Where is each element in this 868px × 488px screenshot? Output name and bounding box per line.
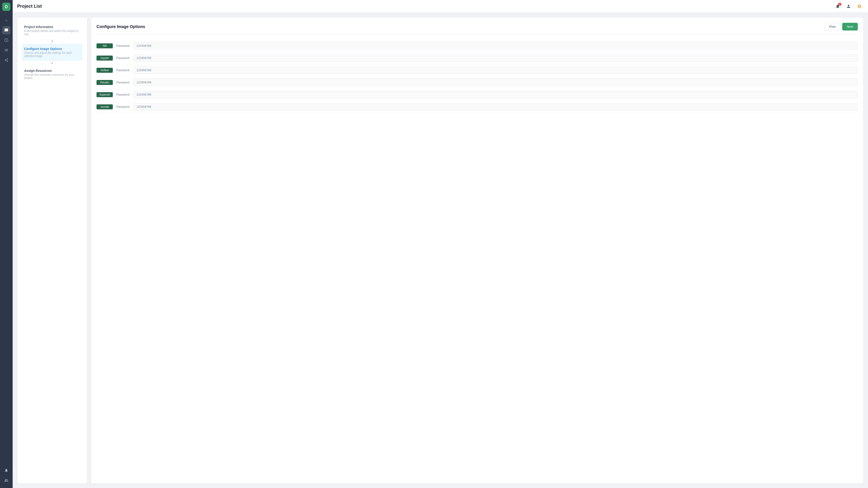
configure-panel: Configure Image Options Prev Next Nifi P… (91, 17, 864, 484)
steps-panel: Project Information Enter project detail… (17, 17, 87, 484)
image-badge-airflow: Airflow (96, 68, 113, 73)
image-badge-superset: Superset (96, 92, 113, 97)
main-area: Project List 3 Project Information Enter… (13, 0, 868, 488)
page-title: Project List (17, 4, 834, 9)
sidebar-item-list[interactable] (2, 46, 10, 54)
image-badge-nifi: Nifi (96, 43, 113, 48)
settings-button[interactable] (855, 2, 864, 10)
image-badge-jupyter: Jupyter (96, 56, 113, 61)
image-badge-rstudio: Rstudio (96, 80, 113, 85)
password-label-airflow: Password (116, 68, 130, 72)
password-label-jupyter: Password (116, 56, 130, 60)
step-project-info-title: Project Information (24, 25, 80, 29)
sidebar-item-chat[interactable] (2, 26, 10, 34)
step-configure-image[interactable]: Configure Image Options Choose and adjus… (22, 44, 83, 61)
prev-button[interactable]: Prev (825, 23, 840, 31)
password-label-superset: Password (116, 93, 130, 96)
image-row-airflow: Airflow Password (96, 64, 858, 76)
password-input-superset[interactable] (133, 91, 858, 98)
sidebar: D ⌂ (0, 0, 13, 488)
image-rows: Nifi Password Jupyter Password Airflow P… (96, 40, 858, 113)
step-configure-image-title: Configure Image Options (24, 47, 80, 51)
step-project-info[interactable]: Project Information Enter project detail… (22, 22, 83, 39)
password-label-rstudio: Password (116, 80, 130, 84)
image-row-nifi: Nifi Password (96, 40, 858, 52)
sidebar-item-team-settings[interactable] (2, 476, 10, 484)
step-divider-2: ▼ (22, 61, 83, 66)
step-assign-resources[interactable]: Assign Resources Allocate the necessary … (22, 66, 83, 83)
password-input-rstudio[interactable] (133, 78, 858, 86)
user-avatar-button[interactable] (844, 2, 852, 10)
image-row-jupyter: Jupyter Password (96, 52, 858, 64)
image-row-vscode: vscode Password (96, 101, 858, 113)
sidebar-item-analytics[interactable] (2, 36, 10, 44)
configure-title: Configure Image Options (96, 24, 145, 29)
password-label-nifi: Password (116, 44, 130, 47)
header-actions: 3 (834, 2, 864, 10)
image-row-superset: Superset Password (96, 89, 858, 101)
notifications-button[interactable]: 3 (834, 2, 842, 10)
sidebar-item-notifications[interactable] (2, 466, 10, 475)
password-input-airflow[interactable] (133, 66, 858, 74)
image-row-rstudio: Rstudio Password (96, 76, 858, 89)
step-configure-image-desc: Choose and adjust the settings for each … (24, 51, 80, 58)
configure-header: Configure Image Options Prev Next (96, 23, 858, 34)
password-input-jupyter[interactable] (133, 54, 858, 62)
page-content: Project Information Enter project detail… (13, 13, 868, 488)
notification-badge: 3 (838, 3, 841, 6)
app-logo: D (2, 3, 10, 11)
sidebar-item-share[interactable] (2, 56, 10, 64)
step-assign-resources-title: Assign Resources (24, 69, 80, 72)
password-input-nifi[interactable] (133, 42, 858, 50)
step-assign-resources-desc: Allocate the necessary resources for you… (24, 73, 80, 79)
step-project-info-desc: Enter project details and select the ima… (24, 29, 80, 36)
password-label-vscode: Password (116, 105, 130, 108)
password-input-vscode[interactable] (133, 103, 858, 110)
sidebar-item-home[interactable]: ⌂ (2, 16, 10, 24)
image-badge-vscode: vscode (96, 104, 113, 109)
header: Project List 3 (13, 0, 868, 13)
configure-actions: Prev Next (825, 23, 858, 31)
next-button[interactable]: Next (842, 23, 858, 31)
step-divider-1: ▼ (22, 39, 83, 44)
